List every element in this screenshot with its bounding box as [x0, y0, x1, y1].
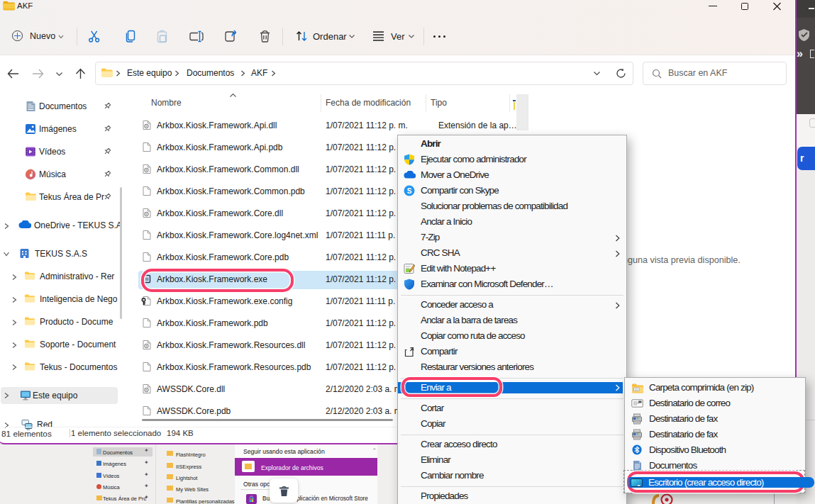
svg-text:S: S	[407, 187, 412, 195]
